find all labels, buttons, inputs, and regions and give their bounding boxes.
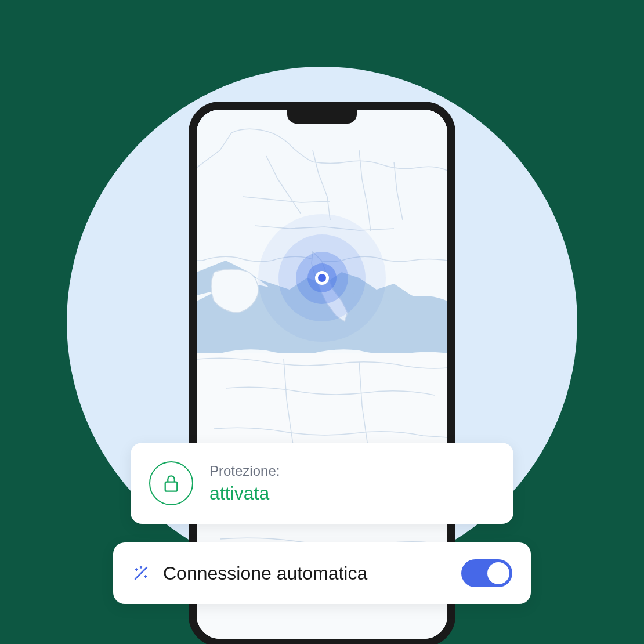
svg-rect-1 [165, 482, 178, 491]
phone-notch [287, 110, 357, 124]
auto-connect-toggle[interactable] [461, 559, 512, 587]
lock-icon [149, 461, 193, 505]
protection-label: Protezione: [209, 463, 280, 479]
protection-status-value: attivata [209, 483, 280, 504]
magic-wand-icon [132, 564, 150, 583]
auto-connect-label: Connessione automatica [163, 563, 367, 584]
auto-connect-card: Connessione automatica [113, 542, 531, 604]
location-dot-icon [315, 271, 329, 285]
background-circle: Protezione: attivata Connessione automat… [67, 67, 577, 577]
protection-status-card: Protezione: attivata [131, 443, 513, 524]
